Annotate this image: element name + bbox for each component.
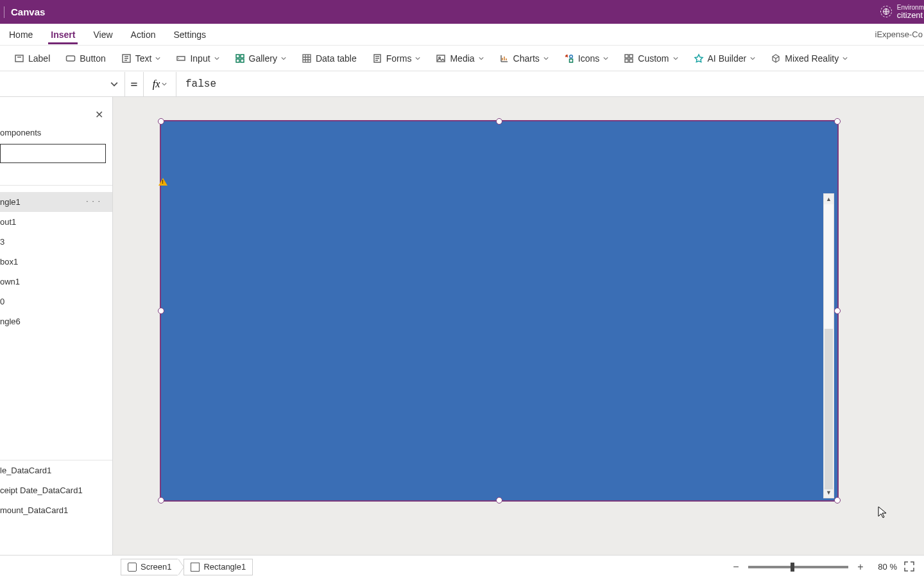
label-icon [14,53,24,64]
breadcrumb-label: Screen1 [141,562,171,572]
resize-handle[interactable] [496,497,502,504]
insert-media-button[interactable]: Media [429,49,490,67]
button-icon [65,53,76,64]
tree-item[interactable]: ngle6 [0,311,112,331]
tab-action[interactable]: Action [122,24,165,44]
scroll-thumb[interactable] [825,329,833,489]
insert-text-button[interactable]: Text [115,49,167,67]
resize-handle[interactable] [834,308,841,314]
status-bar: Screen1 Rectangle1 − + 80 % [0,555,924,578]
tree-item[interactable]: ceipt Date_DataCard1 [0,480,112,500]
svg-rect-2 [67,56,75,61]
resize-handle[interactable] [834,497,841,504]
tree-item-label: ngle1 [0,197,21,207]
screen-icon [128,563,137,572]
insert-charts-button[interactable]: Charts [493,49,555,67]
chevron-down-icon [543,56,549,61]
formula-input[interactable] [176,72,924,96]
svg-rect-5 [236,55,239,58]
insert-ai-builder-text: AI Builder [708,53,747,64]
more-icon[interactable]: · · · [86,196,101,206]
environment-name: citizent [897,11,924,20]
fx-button[interactable]: fx [143,72,176,96]
environment-icon[interactable] [880,6,892,17]
tab-home[interactable]: Home [0,24,42,44]
input-icon [176,53,186,64]
resize-handle[interactable] [496,118,502,125]
tree-item-label: mount_DataCard1 [0,505,68,515]
insert-button-button[interactable]: Button [59,49,112,67]
tree-item[interactable]: 3 [0,232,112,252]
svg-rect-4 [177,57,185,60]
tree-item[interactable]: le_DataCard1 [0,460,112,480]
gallery-icon [235,53,245,64]
titlebar: Canvas Environm citizent [0,0,924,24]
environment-block[interactable]: Environm citizent [897,4,924,20]
environment-label: Environm [897,4,924,11]
svg-rect-8 [241,59,244,62]
breadcrumb-screen[interactable]: Screen1 [121,559,178,575]
insert-gallery-button[interactable]: Gallery [228,49,293,67]
charts-icon [499,53,509,64]
property-selector[interactable] [0,72,125,96]
zoom-slider-thumb[interactable] [791,563,794,572]
rectangle-icon [191,563,200,572]
insert-input-button[interactable]: Input [169,49,225,67]
chevron-down-icon [673,56,678,61]
insert-mixed-reality-button[interactable]: Mixed Reality [764,49,854,67]
chevron-down-icon [415,56,420,61]
close-panel-button[interactable]: ✕ [95,109,103,121]
insert-forms-button[interactable]: Forms [366,49,427,67]
menu-tabs: Home Insert View Action Settings iExpens… [0,24,924,45]
warning-icon[interactable] [158,178,167,186]
tree-item-label: box1 [0,257,18,267]
svg-rect-11 [437,55,445,62]
tree-item[interactable]: box1 [0,252,112,272]
insert-custom-button[interactable]: Custom [617,49,684,67]
svg-rect-17 [625,59,628,62]
resize-handle[interactable] [158,497,164,504]
breadcrumb-rectangle[interactable]: Rectangle1 [184,559,253,575]
chevron-down-icon [843,56,848,61]
app-name: iExpense-Co [875,30,923,39]
insert-icons-button[interactable]: Icons [558,49,615,67]
tab-settings[interactable]: Settings [165,24,216,44]
fit-to-window-button[interactable] [903,561,916,574]
app-title: Canvas [11,6,45,17]
svg-rect-7 [236,59,239,62]
mixed-reality-icon [771,53,781,64]
tree-search-input[interactable] [0,144,106,163]
tree-item-label: ngle6 [0,317,21,326]
insert-label-button[interactable]: Label [8,49,56,67]
tree-item[interactable]: mount_DataCard1 [0,500,112,520]
insert-custom-text: Custom [638,53,669,64]
tree-item[interactable]: out1 [0,212,112,232]
insert-button-text: Button [80,53,105,64]
selected-rectangle[interactable]: ▲ ▼ [160,120,839,502]
zoom-in-button[interactable]: + [855,561,866,573]
tab-insert[interactable]: Insert [42,24,84,44]
tree-item[interactable]: 0 [0,292,112,311]
scroll-up-button[interactable]: ▲ [824,194,834,204]
tab-view[interactable]: View [84,24,121,44]
tree-item-label: ceipt Date_DataCard1 [0,486,83,495]
zoom-out-button[interactable]: − [730,561,742,573]
tree-item[interactable]: own1 [0,272,112,292]
menu-tabs-left: Home Insert View Action Settings [0,24,215,44]
resize-handle[interactable] [158,308,164,314]
svg-rect-15 [625,55,628,58]
chevron-down-icon [214,56,219,61]
insert-datatable-button[interactable]: Data table [295,49,363,67]
insert-media-text: Media [450,53,474,64]
canvas-area[interactable]: ▲ ▼ [113,97,924,555]
insert-ai-builder-button[interactable]: AI Builder [687,49,762,67]
tree-item[interactable]: ngle1 · · · [0,192,112,212]
tree-item-label: own1 [0,277,20,286]
svg-rect-6 [241,55,244,58]
fx-label: fx [153,78,160,90]
media-icon [436,53,446,64]
resize-handle[interactable] [158,118,164,125]
zoom-slider[interactable] [748,566,848,568]
resize-handle[interactable] [834,118,841,125]
inner-scrollbar[interactable]: ▲ ▼ [823,193,834,498]
